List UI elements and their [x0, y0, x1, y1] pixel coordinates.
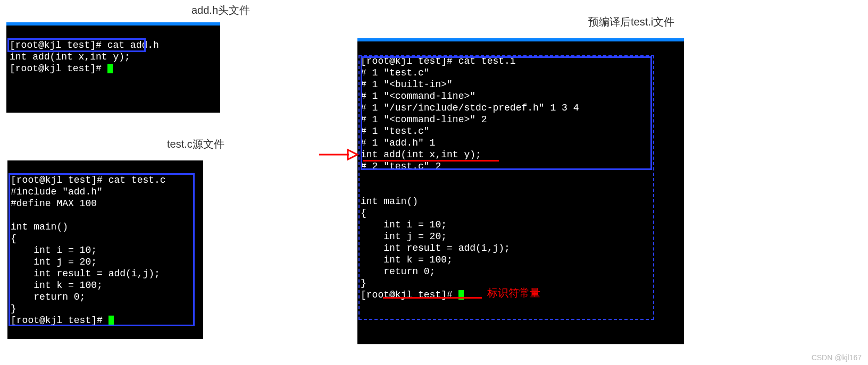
- testc-terminal: [root@kjl test]# cat test.c #include "ad…: [7, 160, 203, 339]
- testi-prompt2: [root@kjl test]#: [361, 290, 458, 300]
- arrow-icon: [317, 147, 358, 163]
- addh-line1: int add(int x,int y);: [10, 52, 130, 62]
- testi-prompt1: [root@kjl test]# cat test.i: [361, 56, 516, 66]
- testi-line-add: int add(int x,int y);: [361, 149, 481, 160]
- testi-body-main: int main() { int i = 10; int j = 20; int…: [361, 196, 510, 288]
- addh-title-label: add.h头文件: [191, 3, 250, 18]
- addh-prompt2: [root@kjl test]#: [10, 63, 107, 74]
- watermark-text: CSDN @kjl167: [812, 353, 862, 362]
- svg-marker-1: [348, 150, 357, 159]
- testc-title-label: test.c源文件: [167, 137, 224, 151]
- addh-prompt1: [root@kjl test]# cat add.h: [10, 40, 159, 50]
- annotation-identifier-constant: 标识符常量: [487, 286, 540, 300]
- testi-body-top: # 1 "test.c" # 1 "<built-in>" # 1 "<comm…: [361, 67, 579, 148]
- testc-prompt2: [root@kjl test]#: [11, 315, 108, 326]
- testi-line-after: # 2 "test.c" 2: [361, 161, 441, 172]
- cursor-icon: [458, 290, 464, 300]
- testi-title-label: 预编译后test.i文件: [588, 15, 674, 29]
- testc-body: #include "add.h" #define MAX 100 int mai…: [11, 186, 160, 314]
- testc-prompt1: [root@kjl test]# cat test.c: [11, 175, 166, 185]
- cursor-icon: [108, 316, 114, 325]
- addh-terminal: [root@kjl test]# cat add.h int add(int x…: [6, 26, 220, 113]
- cursor-icon: [107, 64, 113, 73]
